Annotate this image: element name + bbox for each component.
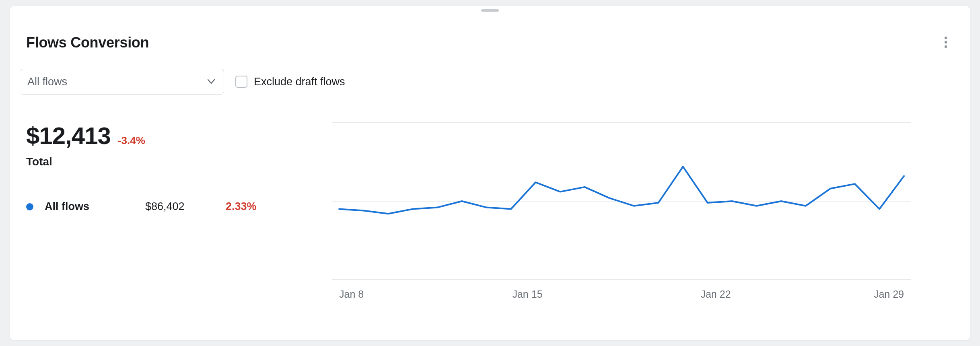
svg-text:Jan 15: Jan 15 <box>512 288 542 300</box>
total-delta: -3.4% <box>118 134 145 147</box>
kebab-icon <box>944 36 947 48</box>
svg-text:Jan 29: Jan 29 <box>874 288 904 300</box>
chevron-down-icon <box>208 79 215 84</box>
total-value: $12,413 <box>26 122 111 150</box>
drag-handle[interactable] <box>481 9 499 12</box>
total-label: Total <box>26 155 284 168</box>
more-menu-button[interactable] <box>938 34 954 50</box>
legend-row: All flows $86,402 2.33% <box>26 200 284 213</box>
exclude-draft-option[interactable]: Exclude draft flows <box>235 76 345 88</box>
exclude-draft-checkbox[interactable] <box>235 76 247 88</box>
legend-pct: 2.33% <box>226 200 257 213</box>
svg-text:Jan 8: Jan 8 <box>339 288 364 300</box>
legend-value: $86,402 <box>145 200 226 213</box>
series-color-dot <box>26 203 33 210</box>
legend-name: All flows <box>45 200 145 213</box>
svg-point-0 <box>945 37 947 39</box>
controls-row: All flows Exclude draft flows <box>20 69 345 95</box>
exclude-draft-label: Exclude draft flows <box>254 76 345 88</box>
summary-stats: $12,413 -3.4% Total All flows $86,402 2.… <box>26 122 284 213</box>
flows-select-label: All flows <box>27 76 67 88</box>
svg-point-1 <box>945 41 947 43</box>
svg-text:Jan 22: Jan 22 <box>700 288 731 300</box>
line-chart: Jan 8Jan 15Jan 22Jan 29 <box>332 119 911 304</box>
svg-point-2 <box>945 45 947 48</box>
flows-select[interactable]: All flows <box>20 69 224 95</box>
flows-conversion-card: Flows Conversion All flows Exclude draft… <box>10 6 970 340</box>
card-title: Flows Conversion <box>26 34 149 51</box>
